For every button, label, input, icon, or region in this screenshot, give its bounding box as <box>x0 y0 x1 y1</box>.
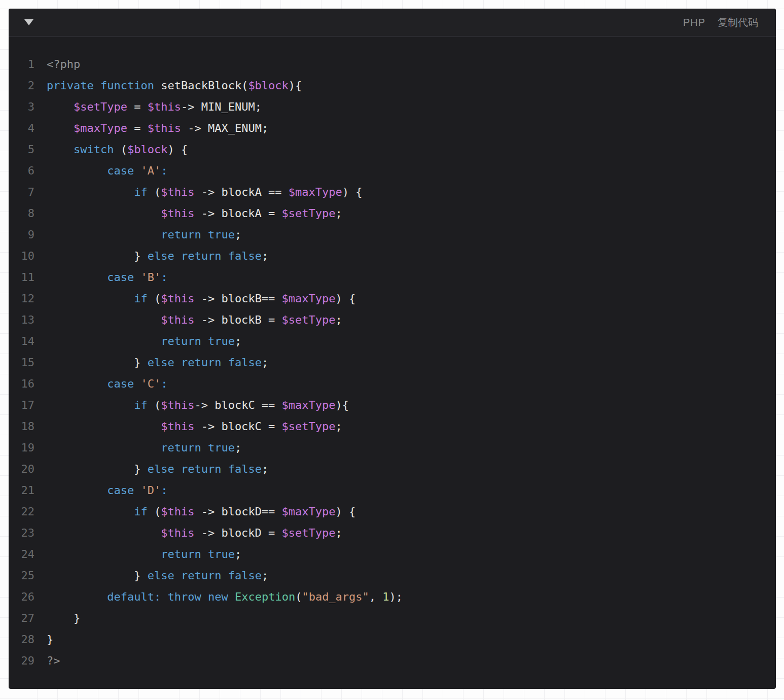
line-number: 28 <box>9 629 34 650</box>
code-line: 22 if ($this -> blockD== $maxType) { <box>9 501 776 522</box>
line-content: $this -> blockD = $setType; <box>34 522 342 544</box>
line-content: case 'C': <box>34 373 167 395</box>
line-content: return true; <box>34 544 241 565</box>
line-number: 5 <box>9 139 34 160</box>
code-block: PHP 复制代码 1<?php2private function setBack… <box>9 9 776 689</box>
line-content: $this -> blockA = $setType; <box>34 203 342 224</box>
line-number: 16 <box>9 373 34 395</box>
line-content: $maxType = $this -> MAX_ENUM; <box>34 118 268 139</box>
code-line: 28} <box>9 629 776 650</box>
code-line: 15 } else return false; <box>9 352 776 373</box>
line-content: $this -> blockC = $setType; <box>34 416 342 437</box>
line-content: ?> <box>34 650 60 672</box>
line-content: case 'D': <box>34 480 167 501</box>
code-line: 27 } <box>9 608 776 629</box>
line-content: return true; <box>34 437 241 459</box>
code-line: 7 if ($this -> blockA == $maxType) { <box>9 182 776 203</box>
code-line: 16 case 'C': <box>9 373 776 395</box>
code-line: 10 } else return false; <box>9 246 776 267</box>
line-number: 29 <box>9 650 34 672</box>
line-number: 4 <box>9 118 34 139</box>
code-line: 17 if ($this-> blockC == $maxType){ <box>9 395 776 416</box>
chevron-down-icon <box>24 19 33 25</box>
line-number: 27 <box>9 608 34 629</box>
line-number: 14 <box>9 331 34 352</box>
code-line: 19 return true; <box>9 437 776 459</box>
code-line: 21 case 'D': <box>9 480 776 501</box>
code-line: 14 return true; <box>9 331 776 352</box>
code-header: PHP 复制代码 <box>9 9 776 37</box>
code-line: 24 return true; <box>9 544 776 565</box>
line-number: 18 <box>9 416 34 437</box>
line-number: 23 <box>9 522 34 544</box>
line-number: 12 <box>9 288 34 309</box>
line-number: 10 <box>9 246 34 267</box>
line-number: 22 <box>9 501 34 522</box>
code-line: 5 switch ($block) { <box>9 139 776 160</box>
line-number: 17 <box>9 395 34 416</box>
language-label: PHP <box>683 17 705 28</box>
line-content: } else return false; <box>34 565 268 586</box>
code-line: 13 $this -> blockB = $setType; <box>9 309 776 331</box>
line-number: 24 <box>9 544 34 565</box>
line-number: 21 <box>9 480 34 501</box>
line-content: case 'B': <box>34 267 167 288</box>
code-line: 23 $this -> blockD = $setType; <box>9 522 776 544</box>
collapse-toggle[interactable] <box>24 19 33 26</box>
line-number: 20 <box>9 459 34 480</box>
line-content: } else return false; <box>34 459 268 480</box>
code-line: 9 return true; <box>9 224 776 246</box>
code-line: 29?> <box>9 650 776 672</box>
line-number: 7 <box>9 182 34 203</box>
line-number: 26 <box>9 586 34 608</box>
line-number: 19 <box>9 437 34 459</box>
line-content: return true; <box>34 331 241 352</box>
line-number: 1 <box>9 54 34 75</box>
code-line: 1<?php <box>9 54 776 75</box>
code-area: 1<?php2private function setBackBlock($bl… <box>9 37 776 672</box>
line-content: if ($this -> blockB== $maxType) { <box>34 288 355 309</box>
line-content: } <box>34 629 53 650</box>
line-number: 9 <box>9 224 34 246</box>
line-content: $setType = $this-> MIN_ENUM; <box>34 96 262 118</box>
line-content: return true; <box>34 224 241 246</box>
code-line: 6 case 'A': <box>9 160 776 182</box>
line-content: if ($this -> blockD== $maxType) { <box>34 501 355 522</box>
code-line: 3 $setType = $this-> MIN_ENUM; <box>9 96 776 118</box>
line-number: 2 <box>9 75 34 96</box>
code-line: 12 if ($this -> blockB== $maxType) { <box>9 288 776 309</box>
code-line: 2private function setBackBlock($block){ <box>9 75 776 96</box>
copy-code-button[interactable]: 复制代码 <box>718 16 758 29</box>
line-content: } else return false; <box>34 352 268 373</box>
code-line: 25 } else return false; <box>9 565 776 586</box>
line-content: if ($this -> blockA == $maxType) { <box>34 182 363 203</box>
line-number: 13 <box>9 309 34 331</box>
line-number: 3 <box>9 96 34 118</box>
line-content: switch ($block) { <box>34 139 188 160</box>
code-line: 8 $this -> blockA = $setType; <box>9 203 776 224</box>
line-number: 8 <box>9 203 34 224</box>
code-line: 11 case 'B': <box>9 267 776 288</box>
code-line: 4 $maxType = $this -> MAX_ENUM; <box>9 118 776 139</box>
line-number: 6 <box>9 160 34 182</box>
code-line: 26 default: throw new Exception("bad_arg… <box>9 586 776 608</box>
line-content: } <box>34 608 80 629</box>
line-content: $this -> blockB = $setType; <box>34 309 342 331</box>
line-content: default: throw new Exception("bad_args",… <box>34 586 403 608</box>
code-line: 18 $this -> blockC = $setType; <box>9 416 776 437</box>
line-number: 25 <box>9 565 34 586</box>
line-content: if ($this-> blockC == $maxType){ <box>34 395 349 416</box>
line-number: 15 <box>9 352 34 373</box>
line-content: private function setBackBlock($block){ <box>34 75 302 96</box>
line-number: 11 <box>9 267 34 288</box>
line-content: <?php <box>34 54 80 75</box>
code-lines: 1<?php2private function setBackBlock($bl… <box>9 54 776 672</box>
line-content: case 'A': <box>34 160 167 182</box>
line-content: } else return false; <box>34 246 268 267</box>
code-line: 20 } else return false; <box>9 459 776 480</box>
